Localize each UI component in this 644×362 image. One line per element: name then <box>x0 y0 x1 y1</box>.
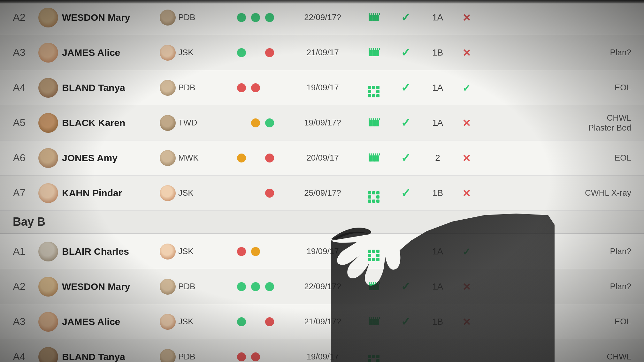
check-icon: ✓ <box>390 151 422 165</box>
cross-icon: ✕ <box>454 116 479 130</box>
patient-info: JAMES Alice <box>38 43 160 63</box>
castle-icon <box>358 45 390 60</box>
bed-label: A2 <box>0 11 38 23</box>
dot-1 <box>237 154 246 162</box>
dot-3 <box>265 13 274 22</box>
svg-rect-24 <box>377 120 379 126</box>
svg-rect-40 <box>377 154 378 155</box>
patient-info: WESDON Mary <box>38 277 160 297</box>
doctor-code: TWD <box>178 118 197 128</box>
ward-label: 1A <box>422 83 454 93</box>
date-label: 20/09/17 <box>288 153 358 163</box>
svg-rect-46 <box>377 284 379 290</box>
date-label: 22/09/17? <box>288 12 358 22</box>
bed-label: A2 <box>0 281 38 292</box>
svg-rect-37 <box>371 154 372 155</box>
status-dots <box>224 317 288 326</box>
patient-avatar <box>38 183 58 203</box>
castle-icon <box>358 279 390 294</box>
status-dots <box>224 83 288 92</box>
patient-name: WESDON Mary <box>62 12 130 23</box>
patient-name: KAHN Pindar <box>62 188 122 199</box>
dot-3 <box>265 118 274 127</box>
patient-info: KAHN Pindar <box>38 183 160 203</box>
doctor-avatar <box>160 244 176 260</box>
ward-label: 1B <box>422 317 454 327</box>
table-row: A2 WESDON Mary PDB 22/09/17? ✓ 1A ✕ Plan… <box>0 269 644 304</box>
svg-rect-50 <box>375 282 376 284</box>
dot-1 <box>237 13 246 22</box>
castle-icon <box>358 115 390 130</box>
doctor-code: PDB <box>178 83 195 93</box>
bed-label: A3 <box>0 316 38 328</box>
doctor-code: JSK <box>178 317 194 327</box>
svg-rect-4 <box>371 13 372 15</box>
svg-rect-27 <box>373 118 374 120</box>
note-text: Plan? <box>479 282 644 291</box>
patient-info: BLACK Karen <box>38 113 160 133</box>
bed-label: A7 <box>0 187 38 199</box>
check-icon: ✓ <box>390 46 422 59</box>
svg-rect-53 <box>370 284 373 290</box>
doctor-info: PDB <box>160 349 224 362</box>
svg-rect-49 <box>373 282 374 284</box>
cross-icon: ✕ <box>454 11 479 24</box>
doctor-code: PDB <box>178 12 195 22</box>
bed-label: A4 <box>0 82 38 94</box>
svg-rect-63 <box>379 317 380 319</box>
patient-avatar <box>38 78 58 98</box>
dot-1 <box>237 317 246 326</box>
svg-rect-29 <box>377 118 378 120</box>
patient-avatar <box>38 43 58 63</box>
check-icon: ✓ <box>390 186 422 200</box>
doctor-avatar <box>160 115 176 131</box>
dot-3 <box>265 317 274 326</box>
patient-name: BLACK Karen <box>62 117 125 128</box>
ward-label: 1B <box>422 48 454 58</box>
svg-rect-61 <box>375 317 376 319</box>
date-label: 19/09/17 <box>288 246 358 256</box>
ward-label: 1A <box>422 12 454 23</box>
svg-rect-43 <box>374 155 377 162</box>
status-dots <box>224 154 288 162</box>
status-dots <box>224 352 288 361</box>
bay-b-header: Bay B <box>0 211 644 234</box>
dot-2 <box>251 282 260 291</box>
patient-info: BLAND Tanya <box>38 78 160 98</box>
svg-rect-35 <box>377 155 379 162</box>
dot-2 <box>251 247 260 256</box>
dot-1 <box>237 83 246 92</box>
svg-rect-47 <box>369 282 370 284</box>
table-row: A5 BLACK Karen TWD 19/09/17? ✓ 1A ✕ CHWL… <box>0 105 644 140</box>
table-container: A2 WESDON Mary PDB 22/09/17? ✓ 1A ✕ A3 J… <box>0 0 644 362</box>
dot-2 <box>251 118 260 127</box>
status-dots <box>224 189 288 198</box>
cross-icon: ✕ <box>454 315 479 328</box>
svg-rect-65 <box>374 319 377 325</box>
doctor-info: PDB <box>160 279 224 295</box>
svg-rect-41 <box>379 154 380 155</box>
svg-rect-18 <box>377 48 378 50</box>
date-label: 19/09/17? <box>288 118 358 128</box>
status-dots <box>224 13 288 22</box>
check-icon: ✓ <box>390 315 422 328</box>
dot-3 <box>265 154 274 162</box>
patient-info: BLAND Tanya <box>38 347 160 362</box>
table-row: A3 JAMES Alice JSK 21/09/17 ✓ 1B ✕ Plan? <box>0 35 644 70</box>
note-text: Plan? <box>479 48 644 57</box>
patient-avatar <box>38 148 58 168</box>
table-row: A1 BLAIR Charles JSK 19/09/17 1A <box>0 234 644 269</box>
svg-rect-13 <box>377 50 379 56</box>
doctor-avatar <box>160 80 176 96</box>
note-text: EOL <box>479 153 644 163</box>
doctor-code: JSK <box>178 48 194 57</box>
note-text: CWHL X-ray <box>479 188 644 198</box>
main-screen: A2 WESDON Mary PDB 22/09/17? ✓ 1A ✕ A3 J… <box>0 0 644 362</box>
table-row: A4 BLAND Tanya PDB 19/09/17 <box>0 339 644 362</box>
bay-b-section: Bay B A1 BLAIR Charles JSK 19/09/17 <box>0 211 644 362</box>
check-icon: ✓ <box>390 81 422 94</box>
date-label: 21/09/17 <box>288 48 358 57</box>
check-icon: ✓ <box>390 11 422 24</box>
bed-label: A5 <box>0 117 38 129</box>
patient-name: JAMES Alice <box>62 47 120 58</box>
